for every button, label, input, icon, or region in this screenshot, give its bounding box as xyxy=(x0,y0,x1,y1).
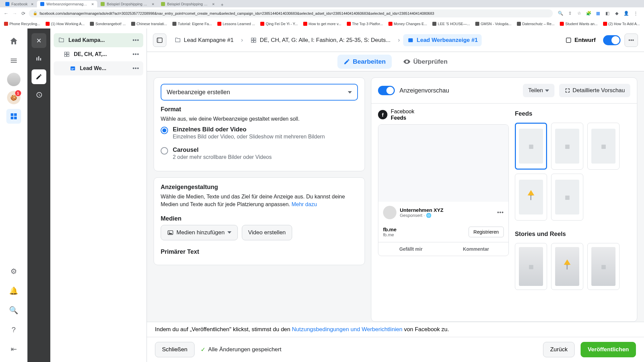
bookmark-item[interactable]: Student Wants an... xyxy=(558,21,599,26)
terms-link[interactable]: Nutzungsbedingungen und Werberichtlinien xyxy=(292,326,402,333)
ext-icon-2[interactable]: ◆ xyxy=(614,10,620,16)
home-icon[interactable] xyxy=(6,34,21,49)
browser-tab-0[interactable]: Facebook✕ xyxy=(2,1,37,7)
detailed-preview-button[interactable]: Detaillierte Vorschau xyxy=(559,84,630,97)
comment-button[interactable]: Kommentar xyxy=(443,242,508,256)
search-icon[interactable]: 🔍 xyxy=(557,10,564,16)
address-bar[interactable]: 🔒facebook.com/adsmanager/manage/ads/edit… xyxy=(29,9,553,17)
star-icon[interactable]: ☆ xyxy=(576,10,582,16)
bookmark-item[interactable]: The Top 3 Platfor... xyxy=(345,21,385,26)
ad-sponsored-label: Gesponsert · 🌐 xyxy=(400,213,443,218)
back-button[interactable]: Zurück xyxy=(543,342,575,357)
bookmark-item[interactable]: Chinese translati... xyxy=(129,21,169,26)
option-desc: Einzelnes Bild oder Video, oder Slidesho… xyxy=(173,134,325,140)
bookmark-item[interactable]: (2) How To Add A... xyxy=(601,21,642,26)
placement-thumb[interactable]: ▦ xyxy=(515,243,547,290)
more-button[interactable]: ••• xyxy=(625,34,638,47)
tree-adset[interactable]: DE, CH, AT,... ••• xyxy=(54,47,143,61)
settings-icon[interactable]: ⚙ xyxy=(6,264,21,279)
tree-campaign[interactable]: Lead Kampa... ••• xyxy=(54,33,143,47)
svg-rect-6 xyxy=(566,38,571,42)
placement-thumb[interactable]: f xyxy=(551,243,583,290)
notification-badge: 1 xyxy=(15,90,21,96)
close-icon[interactable]: ✕ xyxy=(152,2,154,6)
tree-ad[interactable]: Lead We... ••• xyxy=(54,61,143,75)
close-icon[interactable]: ✕ xyxy=(31,2,34,6)
help-icon[interactable]: ? xyxy=(6,322,21,337)
placement-thumb[interactable]: ▦ xyxy=(587,243,620,290)
bookmark-item[interactable]: Phone Recycling... xyxy=(2,21,42,26)
section-subtitle: Wähle die Medien, Texte und das Ziel für… xyxy=(161,193,358,208)
format-option-single[interactable]: Einzelnes Bild oder Video Einzelnes Bild… xyxy=(161,123,358,143)
more-icon[interactable]: ••• xyxy=(132,51,139,57)
cookie-icon[interactable]: 🍪1 xyxy=(7,91,20,104)
section-title: Format xyxy=(161,106,358,113)
placement-thumb[interactable]: ▦ xyxy=(587,123,620,170)
close-editor-button[interactable] xyxy=(32,33,46,48)
placement-thumb[interactable]: ▦ xyxy=(551,123,583,170)
tab-review[interactable]: Überprüfen xyxy=(397,55,453,69)
placement-thumb[interactable]: ▦ xyxy=(515,123,547,170)
publish-button[interactable]: Veröffentlichen xyxy=(581,342,636,357)
account-avatar[interactable] xyxy=(7,73,20,86)
toggle-sidebar-button[interactable] xyxy=(153,34,166,47)
placement-thumb[interactable]: ▦ xyxy=(551,174,583,221)
more-icon[interactable]: ••• xyxy=(132,37,139,43)
bookmark-item[interactable]: GMSN - Vologda... xyxy=(473,21,514,26)
like-button[interactable]: Gefällt mir xyxy=(378,242,443,256)
share-icon[interactable]: ⇪ xyxy=(567,10,573,16)
search-icon[interactable]: 🔍 xyxy=(6,303,21,318)
chart-icon[interactable] xyxy=(32,51,46,66)
puzzle-icon[interactable]: 🧩 xyxy=(586,10,592,16)
more-icon[interactable]: ••• xyxy=(497,209,504,216)
breadcrumb-campaign[interactable]: Lead Kampagne #1 xyxy=(170,34,237,46)
collapse-icon[interactable]: ⇤ xyxy=(6,342,21,357)
notifications-icon[interactable]: 🔔 xyxy=(6,284,21,298)
menu-icon[interactable]: ⋮ xyxy=(633,10,639,16)
profile-icon[interactable]: 👤 xyxy=(623,10,629,16)
bookmark-item[interactable]: LEE 'S HOUSE—... xyxy=(430,21,472,26)
history-icon[interactable] xyxy=(32,87,46,102)
tab-edit[interactable]: Bearbeiten xyxy=(337,55,392,69)
radio-selected[interactable] xyxy=(161,127,168,134)
forward-button[interactable]: → xyxy=(11,10,18,17)
edit-icon[interactable] xyxy=(32,69,46,84)
browser-tab-3[interactable]: Beispiel Dropshipping Store✕ xyxy=(158,1,218,7)
bookmark-item[interactable]: Lessons Learned ... xyxy=(215,21,257,26)
format-option-carousel[interactable]: Carousel 2 oder mehr scrollbare Bilder o… xyxy=(161,143,358,164)
breadcrumb-adset[interactable]: DE, CH, AT, G: Alle, I: Fashion, A: 25-3… xyxy=(246,34,394,46)
placement-thumb[interactable]: f xyxy=(515,174,547,221)
ad-mode-select[interactable]: Werbeanzeige erstellen xyxy=(161,84,358,101)
learn-more-link[interactable]: Mehr dazu xyxy=(291,201,317,207)
share-button[interactable]: Teilen xyxy=(523,84,554,97)
bookmark-item[interactable]: Qing Fei De Yi - Y... xyxy=(258,21,300,26)
ad-active-toggle[interactable] xyxy=(603,35,621,45)
close-icon[interactable]: ✕ xyxy=(91,2,94,6)
create-video-button[interactable]: Video erstellen xyxy=(242,225,292,240)
add-media-button[interactable]: Medien hinzufügen xyxy=(161,225,238,240)
close-icon[interactable]: ✕ xyxy=(212,2,215,6)
reload-button[interactable]: ⟳ xyxy=(20,10,27,17)
radio-unselected[interactable] xyxy=(161,147,168,155)
bookmark-item[interactable]: Money Changes E... xyxy=(386,21,429,26)
more-icon[interactable]: ••• xyxy=(132,65,139,71)
bookmark-item[interactable]: How to get more v... xyxy=(301,21,343,26)
menu-icon[interactable] xyxy=(6,53,21,68)
fb-ext-icon[interactable]: ▦ xyxy=(595,10,601,16)
preview-toggle[interactable] xyxy=(378,86,395,95)
close-button[interactable]: Schließen xyxy=(155,342,195,357)
browser-tab-1[interactable]: Werbeanzeigenmanager - We...✕ xyxy=(37,1,97,7)
bookmark-item[interactable]: Datenschutz – Re... xyxy=(515,21,557,26)
ads-manager-icon[interactable] xyxy=(6,109,21,124)
ad-cta-button[interactable]: Registrieren xyxy=(469,227,504,237)
browser-tab-2[interactable]: Beispiel Dropshipping Store✕ xyxy=(97,1,158,7)
tab-label: Überprüfen xyxy=(413,58,447,65)
breadcrumb-ad[interactable]: Lead Werbeanzeige #1 xyxy=(403,34,482,46)
bookmark-item[interactable]: Tutorial: Eigene Fa... xyxy=(170,21,214,26)
new-tab-button[interactable]: + xyxy=(218,2,226,7)
bookmark-item[interactable]: (1) How Working A... xyxy=(44,21,87,26)
global-nav-rail: 🍪1 ⚙ 🔔 🔍 ? ⇤ xyxy=(0,28,28,362)
back-button[interactable]: ← xyxy=(3,10,9,17)
bookmark-item[interactable]: Sonderangebot! ... xyxy=(88,21,128,26)
ext-icon[interactable]: ◧ xyxy=(604,10,610,16)
